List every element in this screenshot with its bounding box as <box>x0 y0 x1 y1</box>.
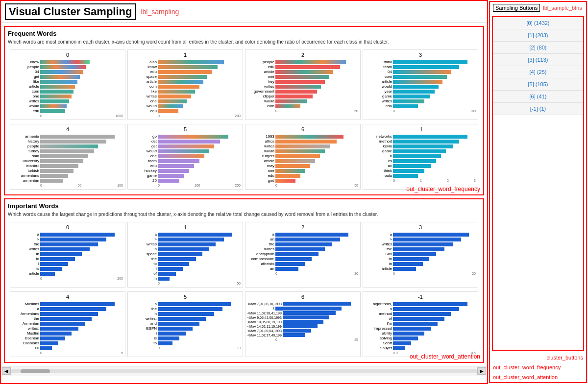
freq-chart-1-title: 1 <box>130 52 241 58</box>
freq-chart-1: 1 also know edu space article com like w… <box>127 49 243 120</box>
cluster-btn-1[interactable]: [1] (203) <box>493 29 583 42</box>
freq-chart-grid-top: 0 know people 04 get like article com on… <box>8 48 480 122</box>
scroll-right-btn[interactable]: ▶ <box>477 367 486 375</box>
out-cluster-word-frequency-label: out_cluster_word_frequency <box>490 362 586 372</box>
cluster-btn-0[interactable]: [0] (1432) <box>493 17 583 29</box>
freq-bars-2: people edu article one key writes govern… <box>247 60 358 108</box>
freq-bars-1: also know edu space article com like wri… <box>130 60 241 113</box>
cluster-btn-2[interactable]: [2] (80) <box>493 42 583 54</box>
cluster-btn-6[interactable]: [6] (41) <box>493 91 583 103</box>
freq-chart-0: 0 know people 04 get like article com on… <box>10 49 125 120</box>
app-title: Visual Cluster Sampling <box>5 3 136 20</box>
sampling-buttons-header: Sampling Buttons lbl_sample_btns <box>490 2 586 14</box>
attn-chart-1: 1 a > writes in space the to I of in 050 <box>127 222 243 288</box>
cluster-btn-neg1[interactable]: [-1] (1) <box>493 103 583 115</box>
important-words-desc: Which words cause the largest change in … <box>8 212 480 217</box>
attn-chart-6: 6 <May 7,01,08,16,1993 t <May 11,02,38,4… <box>245 291 361 357</box>
scrollbar-track[interactable] <box>11 369 477 373</box>
frequent-words-title: Frequent Words <box>8 30 480 37</box>
app-header: Visual Cluster Sampling lbl_sampling <box>1 1 487 23</box>
attn-out-label: out_cluster_word_attention <box>410 353 480 360</box>
out-cluster-word-attention-label: out_cluster_word_attention <box>490 372 586 382</box>
attn-chart-grid-bottom: 4 Muslims a Armenians the Armenian write… <box>8 289 480 359</box>
freq-chart-0-title: 0 <box>12 52 123 58</box>
attn-chart-4-title: 4 <box>12 294 123 300</box>
cluster-buttons-label: cluster_buttons <box>490 353 586 362</box>
important-words-title: Important Words <box>8 202 480 210</box>
freq-chart-6: 6 1993 athos writes would rutgers articl… <box>245 124 361 190</box>
lbl-sampling: lbl_sampling <box>141 8 179 16</box>
freq-out-label: out_cluster_word_frequency <box>406 186 480 192</box>
cluster-buttons-area: [0] (1432) [1] (203) [2] (80) [3] (113) … <box>492 16 584 351</box>
sampling-buttons-title: Sampling Buttons <box>493 4 540 12</box>
freq-chart-6-title: 6 <box>247 126 358 132</box>
freq-chart-5-title: 5 <box>130 126 241 132</box>
freq-chart-grid-bottom: 4 armenia history people turkey said uni… <box>8 122 480 192</box>
left-panel: Visual Cluster Sampling lbl_sampling Fre… <box>0 0 488 384</box>
important-words-section: Important Words Which words cause the la… <box>4 198 484 363</box>
scroll-left-btn[interactable]: ◀ <box>2 367 11 375</box>
freq-chart-4: 4 armenia history people turkey said uni… <box>10 124 125 190</box>
freq-chart-2-title: 2 <box>247 52 358 58</box>
attn-chart-5: 5 a the in writes: and ESPN i is to 010 <box>127 291 243 357</box>
attn-chart-2-title: 2 <box>247 224 358 230</box>
freq-chart-4-title: 4 <box>12 126 123 132</box>
cluster-btn-5[interactable]: [5] (105) <box>493 78 583 91</box>
attn-chart-2: 2 a on the writes encryption compression… <box>245 222 361 288</box>
lbl-sample-btns: lbl_sample_btns <box>543 5 582 11</box>
freq-bars-5: go det get would one team edu hockey gam… <box>130 134 241 183</box>
freq-bars-0: know people 04 get like article com one … <box>12 60 123 113</box>
freq-chart-3: 3 think team 04 com article would year g… <box>363 49 478 120</box>
attn-chart-4: 4 Muslims a Armenians the Armenian write… <box>10 291 125 357</box>
attn-chart-0-title: 0 <box>12 224 123 230</box>
frequent-words-section: Frequent Words Which words are most comm… <box>4 26 484 195</box>
attn-chart-neg1-title: -1 <box>365 294 476 300</box>
attn-chart-grid-top: 0 a > the writes in to I is article 0200 <box>8 220 480 289</box>
attn-chart-1-title: 1 <box>130 224 241 230</box>
attn-chart-3: 3 a > writes the Sox to in article 020 <box>363 222 478 288</box>
cluster-btn-4[interactable]: [4] (25) <box>493 66 583 78</box>
freq-bars-4: armenia history people turkey said unive… <box>12 134 123 183</box>
attn-chart-6-title: 6 <box>247 294 358 300</box>
freq-chart-5: 5 go det get would one team edu hockey g… <box>127 124 243 190</box>
attn-chart-5-title: 5 <box>130 294 241 300</box>
attn-chart-3-title: 3 <box>365 224 476 230</box>
freq-bars-3: think team 04 com article would year gam… <box>365 60 476 108</box>
cluster-btn-3[interactable]: [3] (113) <box>493 54 583 66</box>
freq-chart-2: 2 people edu article one key writes gove… <box>245 49 361 120</box>
attn-chart-neg1: -1 algorithms, s method of I'm impressed… <box>363 291 478 357</box>
horizontal-scrollbar[interactable]: ◀ ▶ <box>1 366 487 376</box>
freq-bars-6: 1993 athos writes would rutgers article … <box>247 134 358 183</box>
attn-chart-0: 0 a > the writes in to I is article 0200 <box>10 222 125 288</box>
frequent-words-desc: Which words are most common in each clus… <box>8 39 480 45</box>
right-panel: Sampling Buttons lbl_sample_btns [0] (14… <box>489 1 587 383</box>
freq-chart-3-title: 3 <box>365 52 476 58</box>
freq-chart-neg1-title: -1 <box>365 126 476 132</box>
scrollbar-thumb[interactable] <box>21 369 50 373</box>
freq-bars-neg1: networks method kevin game fi cs ac thin… <box>365 134 476 178</box>
freq-chart-neg1: -1 networks method kevin game fi cs ac t… <box>363 124 478 190</box>
